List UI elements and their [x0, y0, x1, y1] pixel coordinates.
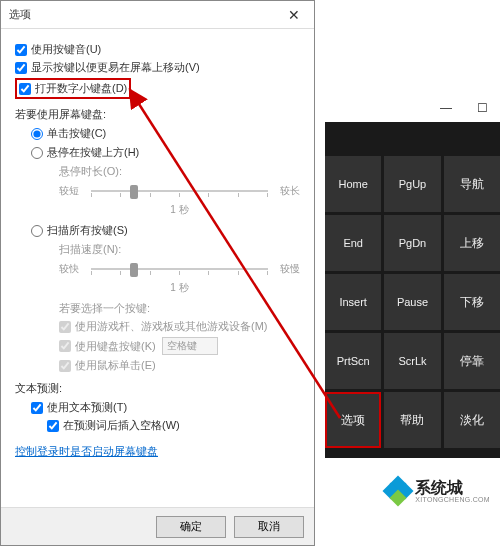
hover-radio-label: 悬停在按键上方(H) — [47, 145, 139, 160]
mouse-label: 使用鼠标单击(E) — [75, 358, 156, 373]
hover-radio[interactable] — [31, 147, 43, 159]
scan-slider-row: 较快 较慢 — [59, 259, 300, 279]
key-dock[interactable]: 停靠 — [444, 333, 500, 389]
hover-settings: 悬停时长(O): 较短 较长 1 秒 — [59, 164, 300, 217]
scan-radio[interactable] — [31, 225, 43, 237]
use-predict-label: 使用文本预测(T) — [47, 400, 127, 415]
mouse-checkbox — [59, 360, 71, 372]
watermark-en: XITONGCHENG.COM — [415, 496, 490, 503]
kbkey-checkbox — [59, 340, 71, 352]
mouse-row: 使用鼠标单击(E) — [59, 358, 300, 373]
key-fade[interactable]: 淡化 — [444, 392, 500, 448]
key-options[interactable]: 选项 — [325, 392, 381, 448]
predict-space-row: 在预测词后插入空格(W) — [47, 418, 300, 433]
watermark-cn: 系统城 — [415, 480, 490, 496]
numpad-checkbox[interactable] — [19, 83, 31, 95]
cancel-button[interactable]: 取消 — [234, 516, 304, 538]
hover-slider[interactable] — [91, 181, 268, 201]
close-icon: ✕ — [288, 7, 300, 23]
scan-settings: 扫描速度(N): 较快 较慢 1 秒 若要选择一个按键: 使用游戏杆、游戏板或其… — [59, 242, 300, 373]
use-predict-checkbox[interactable] — [31, 402, 43, 414]
slider-long-label: 较长 — [272, 184, 300, 198]
scan-radio-label: 扫描所有按键(S) — [47, 223, 128, 238]
osk-keygrid: Home PgUp 导航 End PgDn 上移 Insert Pause 下移… — [325, 122, 500, 448]
click-radio-row: 单击按键(C) — [31, 126, 300, 141]
watermark-logo-icon — [385, 478, 411, 504]
osk-titlebar: — ☐ — [325, 94, 500, 122]
dialog-title: 选项 — [9, 7, 31, 22]
use-predict-row: 使用文本预测(T) — [31, 400, 300, 415]
hover-time-label: 悬停时长(O): — [59, 164, 300, 179]
key-help[interactable]: 帮助 — [384, 392, 440, 448]
close-button[interactable]: ✕ — [274, 1, 314, 29]
options-dialog: 选项 ✕ 使用按键音(U) 显示按键以便更易在屏幕上移动(V) 打开数字小键盘(… — [0, 0, 315, 546]
kbkey-select: 空格键 — [162, 337, 218, 355]
key-prtscn[interactable]: PrtScn — [325, 333, 381, 389]
click-sound-checkbox[interactable] — [15, 44, 27, 56]
scan-speed-label: 扫描速度(N): — [59, 242, 300, 257]
watermark: 系统城 XITONGCHENG.COM — [381, 476, 494, 506]
kbkey-label: 使用键盘按键(K) — [75, 339, 156, 354]
numpad-row: 打开数字小键盘(D) — [15, 78, 300, 99]
scan-radio-row: 扫描所有按键(S) — [31, 223, 300, 238]
joy-checkbox — [59, 321, 71, 333]
dialog-titlebar: 选项 ✕ — [1, 1, 314, 29]
slider-fast-label: 较快 — [59, 262, 87, 276]
osk-minimize-button[interactable]: — — [428, 94, 464, 122]
predict-space-checkbox[interactable] — [47, 420, 59, 432]
joy-row: 使用游戏杆、游戏板或其他游戏设备(M) — [59, 319, 300, 334]
key-pgup[interactable]: PgUp — [384, 156, 440, 212]
watermark-text: 系统城 XITONGCHENG.COM — [415, 480, 490, 503]
key-moveup[interactable]: 上移 — [444, 215, 500, 271]
click-radio-label: 单击按键(C) — [47, 126, 106, 141]
key-pgdn[interactable]: PgDn — [384, 215, 440, 271]
kbkey-row: 使用键盘按键(K) 空格键 — [59, 337, 300, 355]
joy-label: 使用游戏杆、游戏板或其他游戏设备(M) — [75, 319, 268, 334]
key-end[interactable]: End — [325, 215, 381, 271]
key-pause[interactable]: Pause — [384, 274, 440, 330]
key-scrlk[interactable]: ScrLk — [384, 333, 440, 389]
use-osk-title: 若要使用屏幕键盘: — [15, 107, 300, 122]
osk-maximize-button[interactable]: ☐ — [464, 94, 500, 122]
click-radio[interactable] — [31, 128, 43, 140]
slider-slow-label: 较慢 — [272, 262, 300, 276]
click-sound-row: 使用按键音(U) — [15, 42, 300, 57]
hover-radio-row: 悬停在按键上方(H) — [31, 145, 300, 160]
predict-space-label: 在预测词后插入空格(W) — [63, 418, 180, 433]
move-easier-checkbox[interactable] — [15, 62, 27, 74]
move-easier-row: 显示按键以便更易在屏幕上移动(V) — [15, 60, 300, 75]
radio-group: 单击按键(C) 悬停在按键上方(H) 悬停时长(O): 较短 较长 — [31, 126, 300, 373]
hover-unit: 1 秒 — [59, 203, 300, 217]
text-predict-title: 文本预测: — [15, 381, 300, 396]
button-bar: 确定 取消 — [1, 507, 314, 545]
numpad-highlight: 打开数字小键盘(D) — [15, 78, 131, 99]
key-insert[interactable]: Insert — [325, 274, 381, 330]
minimize-icon: — — [440, 101, 452, 115]
key-movedown[interactable]: 下移 — [444, 274, 500, 330]
click-sound-label: 使用按键音(U) — [31, 42, 101, 57]
slider-short-label: 较短 — [59, 184, 87, 198]
scan-slider[interactable] — [91, 259, 268, 279]
select-key-label: 若要选择一个按键: — [59, 301, 300, 316]
scan-unit: 1 秒 — [59, 281, 300, 295]
maximize-icon: ☐ — [477, 101, 488, 115]
osk-window: — ☐ Home PgUp 导航 End PgDn 上移 Insert Paus… — [325, 94, 500, 458]
hover-slider-row: 较短 较长 — [59, 181, 300, 201]
dialog-content: 使用按键音(U) 显示按键以便更易在屏幕上移动(V) 打开数字小键盘(D) 若要… — [1, 29, 314, 469]
numpad-label: 打开数字小键盘(D) — [35, 81, 127, 96]
key-home[interactable]: Home — [325, 156, 381, 212]
logon-link[interactable]: 控制登录时是否启动屏幕键盘 — [15, 444, 158, 459]
move-easier-label: 显示按键以便更易在屏幕上移动(V) — [31, 60, 200, 75]
ok-button[interactable]: 确定 — [156, 516, 226, 538]
key-nav[interactable]: 导航 — [444, 156, 500, 212]
predict-group: 使用文本预测(T) 在预测词后插入空格(W) — [31, 400, 300, 433]
